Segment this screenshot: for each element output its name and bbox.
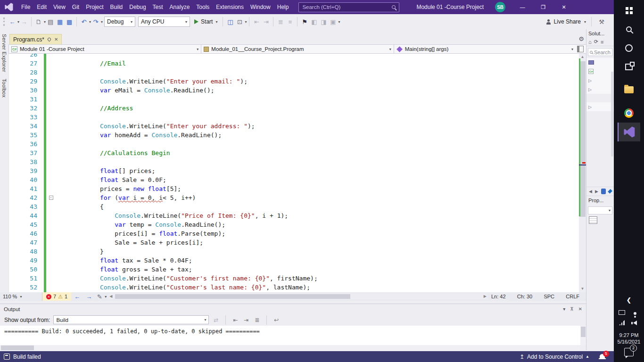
code-line-41[interactable]: 41 prices = new float[5]; bbox=[9, 184, 579, 193]
menu-file[interactable]: File bbox=[18, 0, 33, 14]
redo-icon[interactable]: ↷ bbox=[91, 16, 100, 27]
pin-icon[interactable]: ⊼ bbox=[570, 306, 573, 312]
spaces-indicator[interactable]: SPC bbox=[544, 294, 554, 299]
close-icon[interactable]: ✕ bbox=[578, 306, 582, 312]
maximize-button[interactable]: ❐ bbox=[533, 0, 553, 14]
solution-node[interactable] bbox=[586, 58, 614, 67]
properties-object-dropdown[interactable]: ▾ bbox=[588, 206, 612, 214]
find-message-icon[interactable]: ⇄ bbox=[212, 317, 220, 323]
code-map-dropdown[interactable]: ▾ bbox=[245, 20, 247, 24]
code-line-49[interactable]: 49 float tax = Sale * 0.04F; bbox=[9, 256, 579, 265]
zoom-dropdown[interactable]: 110 %▾ bbox=[0, 292, 42, 301]
code-line-37[interactable]: 37 //Calulations Begin bbox=[9, 148, 579, 157]
start-debugging-button[interactable]: Start ▾ bbox=[191, 16, 220, 27]
home-icon[interactable]: ⌂ bbox=[588, 39, 592, 45]
increase-indent-icon[interactable]: ≡ bbox=[285, 16, 295, 27]
goto-previous-message-icon[interactable]: ⇤ bbox=[231, 317, 239, 323]
code-line-52[interactable]: 52 Console.WriteLine("Customer's last na… bbox=[9, 283, 579, 292]
code-line-29[interactable]: 29 Console.WriteLine("Enter your email: … bbox=[9, 77, 579, 86]
chevron-right-icon[interactable]: ▷ bbox=[588, 78, 592, 83]
scroll-right-icon[interactable]: ▶ bbox=[595, 189, 598, 194]
solution-platform-dropdown[interactable]: Any CPU▾ bbox=[138, 16, 190, 27]
menu-debug[interactable]: Debug bbox=[126, 0, 149, 14]
task-view-button[interactable] bbox=[618, 58, 640, 76]
code-line-50[interactable]: 50 float gross = Sale + tax; bbox=[9, 265, 579, 274]
output-text[interactable]: ========== Build: 0 succeeded, 1 failed,… bbox=[0, 326, 580, 345]
chevron-right-icon[interactable]: ▷ bbox=[588, 87, 592, 92]
code-map-icon[interactable]: ⊡ bbox=[235, 16, 244, 27]
chevron-up-icon[interactable]: ▲ bbox=[586, 354, 589, 359]
menu-build[interactable]: Build bbox=[107, 0, 126, 14]
decrease-indent-icon[interactable]: ≣ bbox=[276, 16, 285, 27]
code-line-43[interactable]: 43 { bbox=[9, 202, 579, 211]
window-position-icon[interactable]: ▾ bbox=[563, 306, 565, 312]
menu-git[interactable]: Git bbox=[69, 0, 83, 14]
taskbar-search-button[interactable] bbox=[618, 20, 640, 39]
toolbox-tab[interactable]: Toolbox bbox=[1, 79, 7, 98]
vscroll-thumb[interactable] bbox=[581, 327, 586, 337]
editor-horizontal-scrollbar[interactable]: ◀ ▶ bbox=[108, 294, 487, 299]
clear-bookmarks-icon[interactable]: ▣ bbox=[328, 16, 338, 27]
properties-icon[interactable] bbox=[608, 189, 612, 194]
goto-next-message-icon[interactable]: ⇥ bbox=[242, 317, 250, 323]
taskbar-clock[interactable]: 9:27 PM 5/16/2021 bbox=[618, 332, 641, 345]
code-line-48[interactable]: 48 } bbox=[9, 247, 579, 256]
menu-analyze[interactable]: Analyze bbox=[166, 0, 193, 14]
output-panel-header[interactable]: Output ▾ ⊼ ✕ bbox=[0, 304, 586, 314]
code-line-44[interactable]: 44 Console.WriteLine("Price of Item: {0}… bbox=[9, 211, 579, 220]
code-line-26[interactable]: 26 bbox=[9, 54, 579, 59]
hscroll-thumb[interactable] bbox=[1, 346, 34, 350]
visual-studio-button[interactable] bbox=[618, 123, 640, 141]
account-avatar[interactable]: SB bbox=[495, 2, 505, 12]
project-node[interactable]: C# bbox=[586, 67, 614, 76]
navigate-forward-icon[interactable]: → bbox=[83, 293, 95, 300]
toolbar-grip[interactable] bbox=[3, 17, 5, 26]
git-changes-icon[interactable] bbox=[601, 189, 606, 194]
bookmark-icon[interactable]: ⚑ bbox=[300, 16, 309, 27]
file-health-indicator[interactable]: ✕ 7 ⚠ 1 bbox=[42, 292, 71, 301]
code-line-47[interactable]: 47 Sale = Sale + prices[i]; bbox=[9, 238, 579, 247]
scroll-down-icon[interactable]: ▼ bbox=[579, 286, 586, 292]
people-icon[interactable] bbox=[631, 308, 639, 315]
tree-node[interactable]: ▷ bbox=[586, 85, 614, 94]
member-dropdown[interactable]: Main(string[] args)▾ bbox=[394, 44, 586, 54]
file-explorer-button[interactable] bbox=[618, 80, 640, 99]
chevron-right-icon[interactable]: ▷ bbox=[588, 105, 592, 109]
display-icon[interactable] bbox=[618, 308, 626, 315]
code-line-45[interactable]: 45 var temp = Console.ReadLine(); bbox=[9, 220, 579, 229]
output-source-dropdown[interactable]: Build▾ bbox=[53, 315, 209, 324]
edit-marker-icon[interactable]: ✎ bbox=[95, 291, 104, 302]
scroll-left-icon[interactable]: ◀ bbox=[109, 294, 112, 299]
action-center-button[interactable]: 2 bbox=[624, 348, 634, 356]
output-horizontal-scrollbar[interactable] bbox=[0, 345, 580, 351]
code-line-28[interactable]: 28 bbox=[9, 68, 579, 77]
menu-tools[interactable]: Tools bbox=[193, 0, 213, 14]
solution-explorer-header[interactable]: Solut... bbox=[586, 29, 614, 38]
code-line-27[interactable]: 27 //Email bbox=[9, 59, 579, 68]
fold-margin[interactable]: - bbox=[48, 193, 54, 202]
menu-help[interactable]: Help bbox=[274, 0, 292, 14]
solution-scrollbar[interactable] bbox=[611, 72, 613, 156]
server-explorer-tab[interactable]: Server Explorer bbox=[1, 34, 7, 72]
code-line-42[interactable]: 42- for (var i = 0, i< 5, i++) bbox=[9, 193, 579, 202]
show-threads-icon[interactable]: ⇤ bbox=[252, 16, 261, 27]
tab-program-cs[interactable]: Program.cs* ✕ bbox=[9, 34, 62, 44]
menu-extensions[interactable]: Extensions bbox=[213, 0, 247, 14]
code-line-46[interactable]: 46 prices[i] = float.Parse(temp); bbox=[9, 229, 579, 238]
cortana-button[interactable] bbox=[618, 39, 640, 58]
code-line-51[interactable]: 51 Console.WriteLine("Customer's first n… bbox=[9, 274, 579, 283]
solution-configuration-dropdown[interactable]: Debug▾ bbox=[104, 16, 135, 27]
tree-node[interactable]: ▷ bbox=[586, 102, 614, 111]
tree-node[interactable]: ▷ bbox=[586, 76, 614, 85]
menu-project[interactable]: Project bbox=[83, 0, 107, 14]
code-line-35[interactable]: 35 var homeAdd = Console.ReadLine(); bbox=[9, 131, 579, 140]
menu-window[interactable]: Window bbox=[247, 0, 274, 14]
notifications-button[interactable]: 5 bbox=[599, 353, 607, 361]
minimize-button[interactable]: — bbox=[512, 0, 533, 14]
open-file-icon[interactable]: ▤ bbox=[46, 16, 55, 27]
menu-edit[interactable]: Edit bbox=[33, 0, 50, 14]
next-bookmark-icon[interactable]: ◨ bbox=[319, 16, 328, 27]
type-dropdown[interactable]: Module_01__Course_Project.Program▾ bbox=[201, 44, 394, 54]
undo-icon[interactable]: ↶ bbox=[79, 16, 89, 27]
previous-bookmark-icon[interactable]: ◧ bbox=[309, 16, 319, 27]
